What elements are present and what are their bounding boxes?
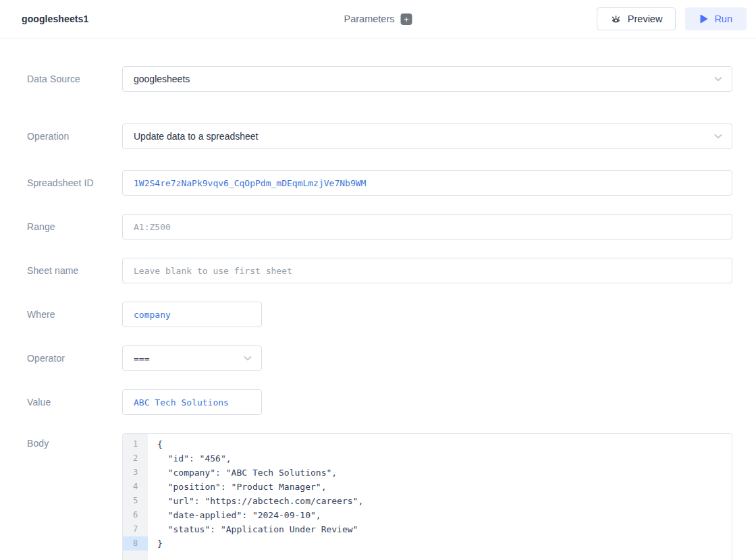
field-row-operation: Operation Update data to a spreadsheet	[27, 123, 732, 149]
operator-value: ===	[134, 354, 149, 364]
code-line: "url": "https://abctech.com/careers",	[157, 494, 732, 508]
header-actions: Preview Run	[597, 7, 747, 30]
line-number: 2	[123, 451, 148, 466]
field-row-operator: Operator ===	[27, 345, 732, 371]
line-number-active: 8	[123, 536, 148, 551]
where-input[interactable]	[122, 302, 262, 327]
body-code-editor[interactable]: 1 2 3 4 5 6 7 8 { "id": "456", "company"…	[122, 433, 732, 560]
sheet-name-input[interactable]	[122, 258, 732, 283]
operator-label: Operator	[27, 353, 122, 364]
run-button-label: Run	[714, 13, 732, 24]
range-input[interactable]	[122, 214, 732, 240]
chevron-down-icon	[713, 74, 724, 84]
code-line: "company": "ABC Tech Solutions",	[157, 466, 732, 480]
code-line: "id": "456",	[157, 451, 732, 466]
data-source-label: Data Source	[27, 74, 122, 84]
operator-select[interactable]: ===	[122, 345, 262, 371]
code-line: }	[157, 536, 732, 551]
line-number: 7	[123, 522, 148, 536]
chevron-down-icon	[713, 131, 724, 142]
data-source-value: googlesheets	[134, 74, 190, 84]
editor-gutter: 1 2 3 4 5 6 7 8	[123, 434, 148, 560]
field-row-sheet-name: Sheet name	[27, 258, 732, 283]
field-row-data-source: Data Source googlesheets	[27, 66, 732, 92]
range-label: Range	[27, 221, 122, 232]
value-label: Value	[27, 397, 122, 408]
field-row-body: Body 1 2 3 4 5 6 7 8 { "id": "456", "com…	[27, 433, 732, 560]
spreadsheet-id-input[interactable]	[122, 170, 732, 196]
run-button[interactable]: Run	[685, 7, 747, 30]
sheet-name-label: Sheet name	[27, 265, 122, 276]
preview-button-label: Preview	[628, 13, 663, 24]
operation-select[interactable]: Update data to a spreadsheet	[122, 123, 732, 149]
query-editor-header: googlesheets1 Parameters + Preview	[0, 0, 756, 38]
field-row-spreadsheet-id: Spreadsheet ID	[27, 170, 732, 196]
code-line: {	[157, 437, 732, 451]
field-row-value: Value	[27, 389, 732, 415]
line-number: 1	[123, 437, 148, 451]
where-label: Where	[27, 309, 122, 320]
preview-button[interactable]: Preview	[597, 7, 676, 30]
field-row-range: Range	[27, 214, 732, 240]
plus-icon: +	[404, 15, 409, 24]
code-line: "status": "Application Under Review"	[157, 522, 732, 536]
chevron-down-icon	[242, 353, 253, 364]
line-number: 5	[123, 494, 148, 508]
code-line: "position": "Product Manager",	[157, 480, 732, 494]
eye-icon	[610, 14, 622, 24]
line-number: 6	[123, 508, 148, 522]
operation-value: Update data to a spreadsheet	[134, 131, 258, 142]
play-icon	[699, 14, 708, 24]
add-parameter-button[interactable]: +	[400, 13, 412, 25]
value-input[interactable]	[122, 389, 262, 415]
parameters-section: Parameters +	[344, 0, 412, 38]
spreadsheet-id-label: Spreadsheet ID	[27, 177, 122, 188]
line-number: 4	[123, 480, 148, 494]
field-row-where: Where	[27, 302, 732, 327]
code-line: "date-applied": "2024-09-10",	[157, 508, 732, 522]
operation-label: Operation	[27, 131, 122, 142]
query-form: Data Source googlesheets Operation Updat…	[0, 38, 756, 560]
query-name: googlesheets1	[22, 13, 88, 24]
line-number: 3	[123, 466, 148, 480]
editor-code-area[interactable]: { "id": "456", "company": "ABC Tech Solu…	[148, 434, 732, 560]
body-label: Body	[27, 433, 122, 449]
parameters-label: Parameters	[344, 13, 395, 24]
data-source-select[interactable]: googlesheets	[122, 66, 732, 92]
